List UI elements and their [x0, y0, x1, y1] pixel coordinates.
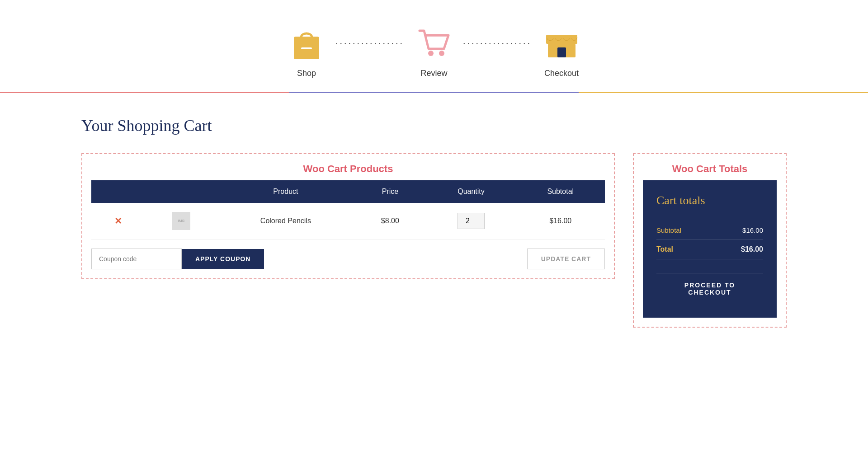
- step-review-label: Review: [420, 69, 447, 78]
- col-product: Product: [217, 180, 354, 203]
- remove-item-button[interactable]: ✕: [114, 216, 122, 226]
- total-value: $16.00: [741, 245, 763, 253]
- store-icon: [541, 23, 582, 63]
- update-cart-button[interactable]: UPDATE CART: [527, 249, 605, 269]
- svg-rect-8: [546, 35, 577, 38]
- total-label: Total: [656, 245, 673, 253]
- cart-table: Product Price Quantity Subtotal ✕ IMG: [91, 180, 605, 239]
- svg-point-3: [428, 51, 434, 56]
- step-shop-label: Shop: [297, 69, 316, 78]
- proceed-to-checkout-button[interactable]: PROCEED TO CHECKOUT: [656, 273, 763, 304]
- col-quantity: Quantity: [426, 180, 516, 203]
- progress-steps: Shop •••••••••••••••• Review •••••••••••…: [0, 0, 868, 92]
- remove-cell[interactable]: ✕: [91, 203, 145, 239]
- coupon-input[interactable]: [91, 249, 182, 269]
- page-title: Your Shopping Cart: [81, 116, 787, 135]
- product-quantity-cell[interactable]: [426, 203, 516, 239]
- products-panel: Woo Cart Products Product Price Quantity…: [81, 153, 615, 279]
- totals-panel: Woo Cart Totals Cart totals Subtotal $16…: [633, 153, 787, 328]
- step-review[interactable]: Review: [414, 23, 454, 78]
- step-shop[interactable]: Shop: [286, 23, 327, 78]
- bag-icon: [286, 23, 327, 63]
- col-subtotal: Subtotal: [516, 180, 605, 203]
- cart-totals-title: Cart totals: [656, 194, 763, 207]
- table-row: ✕ IMG Colored Pencils $8.00 $16.00: [91, 203, 605, 239]
- product-name: Colored Pencils: [217, 203, 354, 239]
- subtotal-value: $16.00: [742, 226, 763, 234]
- col-remove: [91, 180, 145, 203]
- totals-heading: Woo Cart Totals: [643, 163, 777, 175]
- dots-1: ••••••••••••••••: [336, 41, 405, 60]
- dots-2: ••••••••••••••••: [463, 41, 532, 60]
- product-price: $8.00: [354, 203, 426, 239]
- product-subtotal: $16.00: [516, 203, 605, 239]
- svg-rect-7: [557, 47, 566, 57]
- svg-rect-1: [301, 47, 312, 49]
- svg-text:IMG: IMG: [178, 219, 184, 223]
- product-thumbnail: IMG: [172, 212, 190, 230]
- totals-box: Cart totals Subtotal $16.00 Total $16.00…: [643, 180, 777, 318]
- subtotal-row: Subtotal $16.00: [656, 221, 763, 240]
- image-cell: IMG: [145, 203, 217, 239]
- cart-icon: [414, 23, 454, 63]
- col-image: [145, 180, 217, 203]
- step-checkout-label: Checkout: [544, 69, 579, 78]
- col-price: Price: [354, 180, 426, 203]
- svg-point-4: [439, 51, 444, 56]
- step-checkout[interactable]: Checkout: [541, 23, 582, 78]
- quantity-input[interactable]: [458, 213, 485, 229]
- cart-layout: Woo Cart Products Product Price Quantity…: [81, 153, 787, 328]
- coupon-row: APPLY COUPON UPDATE CART: [91, 249, 605, 269]
- main-content: Your Shopping Cart Woo Cart Products Pro…: [0, 94, 868, 350]
- apply-coupon-button[interactable]: APPLY COUPON: [182, 249, 264, 269]
- products-heading: Woo Cart Products: [91, 163, 605, 175]
- total-row: Total $16.00: [656, 240, 763, 259]
- subtotal-label: Subtotal: [656, 226, 681, 234]
